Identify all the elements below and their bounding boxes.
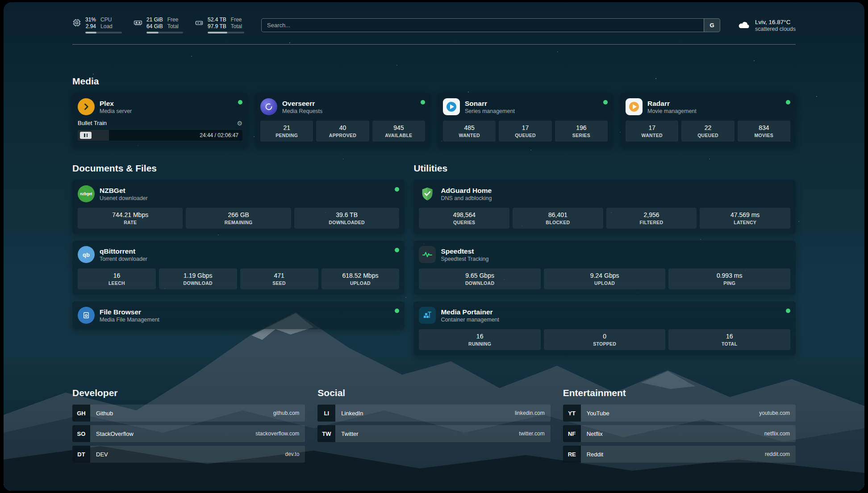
status-dot	[603, 100, 608, 104]
stat-latency: 47.569 ms LATENCY	[700, 208, 790, 229]
portainer-card[interactable]: Media Portainer Container management 16 …	[413, 301, 796, 355]
bookmark-github[interactable]: GH Github github.com	[72, 405, 305, 422]
search-box[interactable]: G	[261, 18, 720, 32]
status-dot	[786, 309, 790, 313]
top-bar: 31% 2.94 CPU Load	[72, 15, 796, 35]
stat-available: 945 AVAILABLE	[372, 121, 425, 142]
playback-bar[interactable]: 24:44 / 02:06:47	[78, 130, 242, 141]
stat-downloaded: 39.6 TB DOWNLOADED	[294, 208, 399, 229]
stat-pending: 21 PENDING	[260, 121, 313, 142]
stat-approved: 40 APPROVED	[316, 121, 369, 142]
app-subtitle: Media server	[100, 108, 132, 114]
qbittorrent-card[interactable]: qb qBittorrent Torrent downloader 16 LEE…	[72, 241, 405, 295]
stat-remaining: 266 GB REMAINING	[186, 208, 291, 229]
app-title: Speedtest	[441, 247, 488, 255]
overseerr-icon	[260, 98, 277, 115]
bookmark-dev[interactable]: DT DEV dev.to	[72, 446, 305, 463]
entertainment-bookmarks: Entertainment YT YouTube youtube.com NF …	[563, 388, 796, 463]
app-title: File Browser	[100, 308, 159, 316]
bookmark-twitter[interactable]: TW Twitter twitter.com	[317, 425, 550, 442]
bookmark-name: Netflix	[587, 430, 603, 437]
pause-button[interactable]	[80, 132, 92, 139]
social-bookmarks: Social LI LinkedIn linkedin.com TW Twitt…	[317, 388, 550, 463]
utilities-section: Utilities AdGuard Home DNS and adblockin…	[413, 163, 796, 355]
nzbget-icon: nzbget	[78, 185, 95, 202]
bookmark-stackoverflow[interactable]: SO StackOverflow stackoverflow.com	[72, 425, 305, 442]
app-subtitle: Media Requests	[282, 108, 322, 114]
disk-metric: 52.4 TB 97.9 TB Free Total	[195, 17, 244, 33]
filebrowser-card[interactable]: File Browser Media File Management	[72, 301, 405, 329]
bookmark-abbr: NF	[563, 425, 581, 442]
gear-icon[interactable]: ⚙	[237, 120, 242, 126]
radarr-card[interactable]: Radarr Movie management 17 WANTED 22 QUE…	[620, 93, 796, 147]
documents-section-title: Documents & Files	[72, 163, 405, 174]
status-dot	[421, 100, 425, 104]
bookmark-reddit[interactable]: RE Reddit reddit.com	[563, 446, 796, 463]
stat-upload: 9.24 Gbps UPLOAD	[544, 268, 666, 289]
status-dot	[395, 309, 399, 313]
bookmark-abbr: LI	[317, 405, 335, 422]
bookmark-linkedin[interactable]: LI LinkedIn linkedin.com	[317, 405, 550, 422]
bookmark-url: twitter.com	[519, 430, 544, 437]
stat-upload: 618.52 Mbps UPLOAD	[321, 268, 400, 289]
stars-decoration	[4, 2, 4, 3]
bookmark-name: LinkedIn	[341, 410, 363, 417]
memory-total-value: 64 GiB	[146, 23, 163, 30]
app-title: Plex	[100, 99, 132, 108]
adguard-card[interactable]: AdGuard Home DNS and adblocking 498,564 …	[413, 180, 796, 234]
disk-total-label: Total	[231, 23, 242, 30]
disk-icon	[195, 18, 204, 27]
bookmark-netflix[interactable]: NF Netflix netflix.com	[563, 425, 796, 442]
bookmark-abbr: TW	[317, 425, 335, 442]
memory-total-label: Total	[167, 23, 179, 30]
stat-download: 1.19 Gbps DOWNLOAD	[159, 268, 237, 289]
bookmark-url: reddit.com	[765, 451, 790, 457]
portainer-icon	[419, 307, 436, 324]
documents-section: Documents & Files nzbget NZBGet Usenet d…	[72, 163, 405, 355]
overseerr-card[interactable]: Overseerr Media Requests 21 PENDING 40 A…	[255, 93, 430, 147]
stat-movies: 834 MOVIES	[738, 121, 790, 142]
now-playing-title: Bullet Train	[78, 120, 107, 126]
bookmark-abbr: GH	[72, 405, 90, 422]
dashboard-screen: 31% 2.94 CPU Load	[4, 2, 864, 491]
bookmark-abbr: YT	[563, 405, 581, 422]
memory-free-value: 21 GiB	[146, 17, 163, 23]
weather-condition: scattered clouds	[755, 26, 796, 32]
qbittorrent-icon: qb	[78, 246, 95, 263]
status-dot	[395, 248, 399, 252]
bookmark-url: github.com	[273, 410, 300, 416]
stat-blocked: 86,401 BLOCKED	[513, 208, 603, 229]
stat-stopped: 0 STOPPED	[544, 329, 666, 350]
sonarr-card[interactable]: Sonarr Series management 485 WANTED 17 Q…	[438, 93, 613, 147]
stat-wanted: 485 WANTED	[443, 121, 496, 142]
disk-free-value: 52.4 TB	[208, 17, 226, 23]
bookmark-abbr: SO	[72, 425, 90, 442]
media-section: Media Plex Media server	[72, 76, 796, 147]
status-dot	[786, 100, 790, 104]
cpu-load-value: 2.94	[86, 23, 96, 30]
search-input[interactable]	[262, 19, 704, 32]
plex-icon	[78, 98, 95, 115]
developer-section-title: Developer	[72, 388, 305, 398]
disk-free-label: Free	[231, 17, 242, 23]
app-subtitle: Torrent downloader	[100, 256, 147, 262]
speedtest-card[interactable]: Speedtest Speedtest Tracking 9.65 Gbps D…	[413, 241, 796, 295]
weather-widget[interactable]: Lviv, 16.87°C scattered clouds	[737, 18, 796, 32]
memory-usage-fill	[146, 32, 159, 33]
weather-location: Lviv, 16.87°C	[755, 18, 796, 26]
nzbget-card[interactable]: nzbget NZBGet Usenet downloader 744.21 M…	[72, 180, 405, 234]
app-title: Radarr	[647, 99, 697, 108]
app-subtitle: Speedtest Tracking	[441, 256, 488, 262]
bookmark-youtube[interactable]: YT YouTube youtube.com	[563, 405, 796, 422]
bookmark-abbr: DT	[72, 446, 90, 463]
stat-wanted: 17 WANTED	[626, 121, 678, 142]
cpu-icon	[72, 18, 81, 27]
plex-card[interactable]: Plex Media server Bullet Train ⚙ 24:44 /…	[72, 93, 248, 147]
app-title: qBittorrent	[100, 247, 147, 255]
bookmark-url: stackoverflow.com	[255, 430, 299, 437]
bookmark-name: StackOverflow	[96, 430, 134, 437]
search-provider-button[interactable]: G	[704, 19, 720, 32]
app-title: Sonarr	[465, 99, 515, 108]
stat-leech: 16 LEECH	[78, 268, 156, 289]
bookmark-name: Github	[96, 410, 113, 417]
